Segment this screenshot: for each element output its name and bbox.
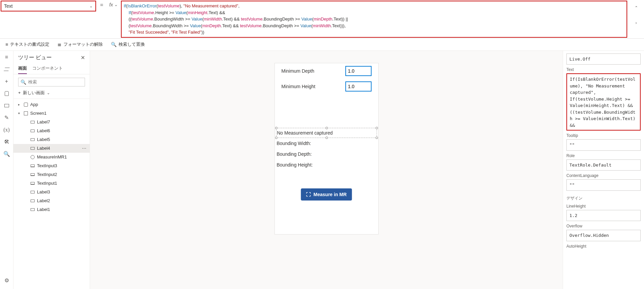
tree-item-label3[interactable]: Label3 — [13, 188, 90, 196]
label-icon — [30, 146, 35, 151]
formula-bar-input[interactable]: If(IsBlankOrError(testVolume), "No Measu… — [121, 1, 627, 38]
tree-item-label: Label7 — [37, 119, 50, 124]
prop-live-value[interactable]: Live.Off — [566, 53, 641, 65]
text-icon — [30, 172, 35, 177]
chevron-up-icon: ⌃ — [635, 5, 638, 10]
bounding-height-label: Bounding Height: — [275, 159, 378, 170]
rect-icon — [24, 111, 28, 116]
remove-format-button[interactable]: ≣ フォーマットの解除 — [57, 41, 103, 47]
chevron-down-icon: ⌄ — [47, 91, 50, 95]
tree-search-input[interactable] — [28, 79, 85, 84]
resize-handle[interactable] — [326, 137, 328, 139]
resize-handle[interactable] — [376, 137, 378, 139]
find-replace-button[interactable]: 🔍 検索して置換 — [111, 41, 145, 47]
close-icon[interactable]: ✕ — [81, 55, 85, 61]
tree-item-label: MeasureInMR1 — [37, 154, 67, 159]
search-tool-icon[interactable]: 🔍 — [4, 151, 10, 157]
properties-panel: Live.Off Text If(IsBlankOrError(testVolu… — [563, 51, 644, 289]
ar-icon: ⛶ — [306, 192, 311, 197]
tree-item-label6[interactable]: Label6 — [13, 127, 90, 135]
more-icon[interactable]: ⋯ — [82, 146, 86, 151]
tree-item-textinput1[interactable]: TextInput1 — [13, 179, 90, 188]
tree-item-label7[interactable]: Label7 — [13, 118, 90, 127]
settings-icon[interactable]: ⚙ — [4, 278, 10, 284]
measure-in-mr-button[interactable]: ⛶ Measure in MR — [301, 188, 352, 201]
min-height-input[interactable] — [345, 81, 372, 92]
tree-item-label: TextInput1 — [37, 181, 57, 186]
formula-expand-button[interactable]: › — [628, 15, 644, 30]
tree-item-label: Label1 — [37, 207, 50, 212]
resize-handle[interactable] — [326, 127, 328, 129]
prop-role-value[interactable]: TextRole.Default — [566, 159, 641, 171]
caret-icon[interactable]: ▸ — [18, 103, 22, 106]
prop-text-value[interactable]: If(IsBlankOrError(testVolume), "No Measu… — [566, 73, 641, 131]
min-height-row: Minimum Height — [275, 79, 378, 94]
prop-overflow-value[interactable]: Overflow.Hidden — [566, 230, 641, 241]
prop-lineheight-value[interactable]: 1.2 — [566, 210, 641, 221]
tree-item-textinput3[interactable]: TextInput3 — [13, 161, 90, 170]
chevron-right-icon: › — [636, 21, 637, 25]
bounding-width-label: Bounding Width: — [275, 138, 378, 149]
formula-collapse-button[interactable]: ⌃ — [628, 0, 644, 15]
caret-icon[interactable]: ▾ — [18, 111, 22, 115]
remove-format-label: フォーマットの解除 — [63, 41, 103, 47]
min-depth-input[interactable] — [345, 66, 372, 76]
tools-icon[interactable]: 🛠 — [4, 139, 10, 145]
insert-icon[interactable]: + — [4, 78, 10, 84]
theme-icon[interactable]: ✎ — [4, 115, 10, 121]
text-format-button[interactable]: ≡ テキストの書式設定 — [5, 41, 49, 47]
label-icon — [30, 190, 35, 194]
tree-item-label: Screen1 — [30, 111, 46, 116]
tree-item-label: TextInput3 — [37, 163, 57, 168]
resize-handle[interactable] — [275, 127, 277, 129]
screen-preview: Minimum Depth Minimum Height No Measurem… — [274, 63, 379, 234]
tree-title: ツリー ビュー — [18, 54, 52, 61]
label-icon — [30, 129, 35, 133]
left-nav: ≡ + ✎ (x) 🛠 🔍 ⚙ 👤 — [0, 51, 13, 289]
min-height-label: Minimum Height — [282, 84, 315, 89]
tree-item-label5[interactable]: Label5 — [13, 135, 90, 144]
new-screen-button[interactable]: + 新しい画面 ⌄ — [13, 88, 90, 99]
tree-item-label1[interactable]: Label1 — [13, 205, 90, 214]
tree-item-label2[interactable]: Label2 — [13, 196, 90, 205]
property-selector[interactable]: Text ⌄ — [1, 1, 96, 11]
text-icon — [30, 164, 35, 168]
data-icon[interactable] — [4, 91, 10, 97]
prop-text-label: Text — [566, 67, 641, 72]
search-icon: 🔍 — [111, 42, 117, 47]
tab-screens[interactable]: 画面 — [18, 63, 27, 74]
tree-item-label: Label5 — [37, 137, 50, 142]
variables-icon[interactable]: (x) — [4, 127, 10, 133]
equals-sign: = — [97, 0, 106, 10]
tree-view-icon[interactable] — [4, 66, 10, 72]
tree-item-textinput2[interactable]: TextInput2 — [13, 170, 90, 179]
prop-contentlanguage-label: ContentLanguage — [566, 173, 641, 178]
prop-lineheight-label: LineHeight — [566, 204, 641, 209]
search-icon: 🔍 — [20, 79, 26, 85]
text-icon — [30, 181, 35, 186]
selected-label-control[interactable]: No Measurement captured — [276, 128, 377, 138]
design-canvas[interactable]: Minimum Depth Minimum Height No Measurem… — [90, 63, 563, 289]
min-depth-row: Minimum Depth — [275, 63, 378, 79]
tab-components[interactable]: コンポーネント — [32, 63, 63, 74]
tree-item-label: Label4 — [37, 146, 50, 151]
media-icon[interactable] — [4, 103, 10, 109]
prop-tooltip-value[interactable]: "" — [566, 139, 641, 151]
find-replace-label: 検索して置換 — [119, 41, 145, 47]
tree-item-label: Label2 — [37, 198, 50, 203]
tree-item-label4[interactable]: Label4⋯ — [13, 144, 90, 153]
tree-item-measureinmr1[interactable]: MeasureInMR1 — [13, 153, 90, 161]
hamburger-icon[interactable]: ≡ — [4, 54, 10, 60]
resize-handle[interactable] — [376, 127, 378, 129]
bounding-depth-label: Bounding Depth: — [275, 149, 378, 159]
property-selector-value: Text — [4, 3, 13, 9]
tree-search[interactable]: 🔍 — [18, 78, 85, 86]
chevron-down-icon: ⌄ — [89, 4, 93, 8]
tree-item-app[interactable]: ▸App — [13, 100, 90, 109]
tree-item-screen1[interactable]: ▾Screen1 — [13, 109, 90, 118]
canvas-area: Minimum Depth Minimum Height No Measurem… — [90, 51, 563, 289]
fx-label[interactable]: fx ⌄ — [106, 0, 120, 9]
prop-contentlanguage-value[interactable]: "" — [566, 179, 641, 191]
app-icon — [24, 102, 28, 107]
resize-handle[interactable] — [275, 137, 277, 139]
